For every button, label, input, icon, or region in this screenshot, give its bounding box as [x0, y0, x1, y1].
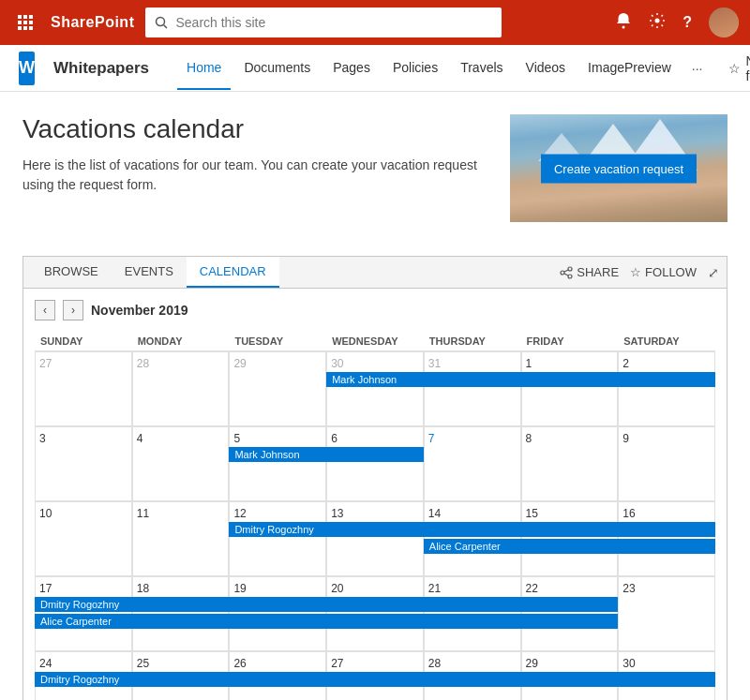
week-row-3: 17 18 19 20 21 22 23 Dmitry Rogozhny Ali…	[35, 576, 715, 651]
site-name: Whitepapers	[53, 59, 149, 78]
svg-line-17	[564, 274, 568, 276]
share-label: SHARE	[577, 265, 619, 279]
table-row: 1	[521, 351, 619, 426]
svg-point-12	[655, 19, 660, 23]
event-dmitry-w2[interactable]: Dmitry Rogozhny	[229, 522, 715, 537]
table-row: 6	[326, 426, 424, 501]
table-row: 4	[132, 426, 230, 501]
svg-rect-6	[18, 26, 22, 30]
table-row: 8	[521, 426, 619, 501]
table-row: 29	[229, 351, 326, 426]
search-icon	[155, 16, 168, 29]
not-following-label: Not following	[745, 53, 750, 83]
user-avatar[interactable]	[709, 7, 739, 37]
main-content: Vacations calendar Here is the list of v…	[0, 114, 750, 700]
day-header-sun: SUNDAY	[35, 332, 132, 350]
tab-browse[interactable]: BROWSE	[31, 257, 112, 288]
page-title: Vacations calendar	[22, 114, 491, 144]
nav-videos[interactable]: Videos	[517, 47, 576, 90]
table-row: 28	[132, 351, 230, 426]
site-navigation: Home Documents Pages Policies Travels Vi…	[177, 47, 710, 90]
svg-point-9	[157, 18, 165, 26]
day-header-mon: MONDAY	[132, 332, 230, 350]
svg-rect-1	[23, 15, 27, 19]
svg-line-10	[164, 25, 168, 29]
svg-point-14	[561, 271, 564, 275]
calendar-navigation: ‹ › November 2019	[35, 300, 715, 320]
site-header: W Whitepapers Home Documents Pages Polic…	[0, 45, 750, 92]
not-following-button[interactable]: ☆ Not following	[728, 53, 750, 83]
svg-rect-8	[29, 26, 33, 30]
svg-rect-2	[29, 15, 33, 19]
waffle-icon[interactable]	[11, 15, 39, 30]
nav-home[interactable]: Home	[177, 47, 231, 90]
follow-star-icon: ☆	[630, 265, 641, 279]
site-icon: W	[19, 52, 35, 85]
table-row: 31	[424, 351, 521, 426]
nav-policies[interactable]: Policies	[383, 47, 447, 90]
table-row: 2	[618, 351, 715, 426]
follow-label: FOLLOW	[645, 265, 697, 279]
top-navigation: SharePoint ?	[0, 0, 750, 45]
table-row: 5	[229, 426, 326, 501]
calendar-month-label: November 2019	[91, 303, 188, 318]
svg-line-16	[564, 270, 568, 272]
tab-events[interactable]: EVENTS	[112, 257, 187, 288]
hero-image: Create vacation request	[510, 114, 728, 222]
tab-calendar[interactable]: CALENDAR	[187, 257, 279, 288]
follow-button[interactable]: ☆ FOLLOW	[630, 265, 697, 279]
nav-imagepreview[interactable]: ImagePreview	[578, 47, 681, 90]
table-row: 30	[326, 351, 424, 426]
table-row: 27	[35, 351, 132, 426]
table-row: 10	[35, 501, 132, 576]
share-button[interactable]: SHARE	[560, 265, 619, 279]
day-header-thu: THURSDAY	[424, 332, 521, 350]
next-month-button[interactable]: ›	[63, 300, 83, 320]
week-row-0: 27 28 29 30 31 1 2 Mark Johnson	[35, 351, 715, 426]
nav-documents[interactable]: Documents	[234, 47, 320, 90]
svg-rect-4	[23, 21, 27, 24]
table-row: 9	[618, 426, 715, 501]
event-dmitry-w3[interactable]: Dmitry Rogozhny	[35, 597, 618, 612]
week-row-1: 3 4 5 6 7 8 9 Mark Johnson	[35, 426, 715, 501]
event-dmitry-w4[interactable]: Dmitry Rogozhny	[35, 672, 715, 687]
calendar-header: SUNDAY MONDAY TUESDAY WEDNESDAY THURSDAY…	[35, 332, 715, 351]
week-row-4: 24 25 26 27 28 29 30 Dmitry Rogozhny	[35, 651, 715, 700]
day-header-fri: FRIDAY	[521, 332, 619, 350]
help-icon[interactable]: ?	[682, 14, 692, 31]
table-row: 7	[424, 426, 521, 501]
create-vacation-request-button[interactable]: Create vacation request	[541, 154, 697, 183]
calendar-toolbar: BROWSE EVENTS CALENDAR SHARE ☆ FOLLOW ⤢	[22, 256, 728, 289]
notifications-icon[interactable]	[615, 12, 632, 33]
nav-travels[interactable]: Travels	[451, 47, 512, 90]
event-mark-johnson-w0[interactable]: Mark Johnson	[326, 372, 715, 387]
search-input[interactable]	[175, 15, 492, 30]
top-nav-icons: ?	[615, 7, 739, 37]
svg-rect-5	[29, 21, 33, 24]
svg-point-11	[622, 26, 625, 29]
table-row: 11	[132, 501, 230, 576]
app-name: SharePoint	[51, 14, 134, 31]
calendar-container: ‹ › November 2019 SUNDAY MONDAY TUESDAY …	[22, 289, 728, 700]
more-nav-icon[interactable]: ···	[684, 61, 711, 76]
star-icon: ☆	[728, 61, 741, 76]
svg-rect-0	[18, 15, 22, 19]
nav-pages[interactable]: Pages	[323, 47, 380, 90]
svg-rect-7	[23, 26, 27, 30]
search-bar[interactable]	[145, 7, 502, 37]
event-alice-w3[interactable]: Alice Carpenter	[35, 614, 618, 629]
svg-rect-3	[18, 21, 22, 24]
prev-month-button[interactable]: ‹	[35, 300, 55, 320]
share-icon	[560, 266, 573, 279]
svg-point-13	[568, 267, 572, 271]
calendar-grid: SUNDAY MONDAY TUESDAY WEDNESDAY THURSDAY…	[35, 332, 715, 700]
table-row: 3	[35, 426, 132, 501]
event-mark-johnson-w1[interactable]: Mark Johnson	[229, 447, 423, 462]
table-row: 12	[229, 501, 326, 576]
fullscreen-icon[interactable]: ⤢	[708, 265, 719, 280]
page-description: Here is the list of vacations for our te…	[22, 156, 491, 195]
event-alice-w2[interactable]: Alice Carpenter	[424, 539, 715, 554]
day-header-tue: TUESDAY	[229, 332, 326, 350]
settings-icon[interactable]	[649, 12, 666, 33]
svg-point-15	[568, 275, 572, 278]
